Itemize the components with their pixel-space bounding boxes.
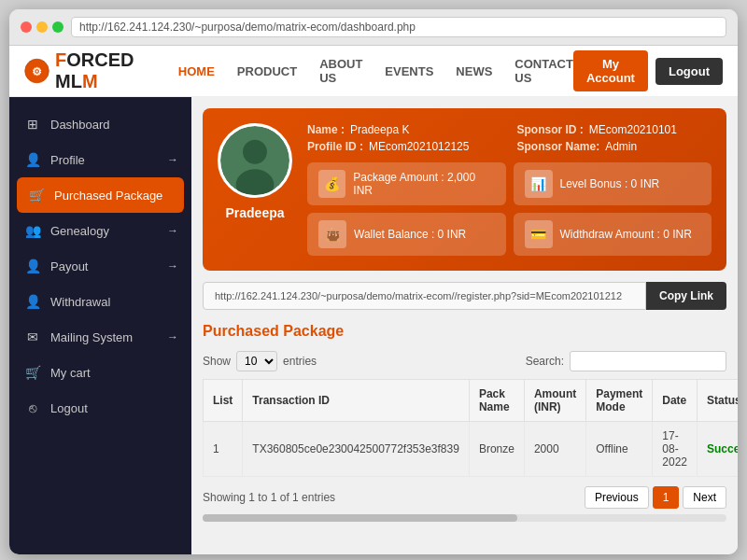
showing-text: Showing 1 to 1 of 1 entries	[203, 491, 335, 504]
avatar-name: Pradeepa	[225, 205, 284, 220]
sidebar-label-purchased-package: Purchased Package	[54, 189, 162, 203]
withdrawal-icon: 👤	[24, 294, 41, 309]
package-icon: 🛒	[28, 188, 45, 203]
nav-home[interactable]: HOME	[178, 64, 215, 78]
show-label: Show	[203, 355, 231, 368]
col-payment-mode: Payment Mode	[586, 380, 653, 422]
top-nav: ⚙ FORCED MLM HOME PRODUCT ABOUT US EVENT…	[9, 46, 738, 97]
nav-contact[interactable]: CONTACT US	[514, 57, 573, 85]
table-row: 1 TX360805ce0e230042500772f353e3f839 Bro…	[204, 422, 739, 477]
close-dot[interactable]	[21, 21, 32, 33]
sidebar-item-genealogy[interactable]: 👥 Genealogy →	[9, 213, 191, 248]
col-list: List	[204, 380, 243, 422]
nav-news[interactable]: NEWS	[456, 64, 492, 78]
profile-id-field: Profile ID : MEcom2021012125	[307, 140, 502, 153]
search-label: Search:	[526, 355, 564, 368]
profile-icon: 👤	[24, 152, 41, 167]
purchased-package-section: Purchased Package Show 10 25 50 entries …	[203, 323, 726, 522]
profile-arrow-icon: →	[167, 153, 178, 166]
level-bonus-icon: 📊	[525, 170, 553, 198]
sidebar-item-withdrawal[interactable]: 👤 Withdrawal	[9, 284, 191, 319]
stat-withdraw-amount: 💳 Widthdraw Amount : 0 INR	[514, 213, 712, 256]
top-logout-button[interactable]: Logout	[655, 58, 723, 85]
avatar-svg	[220, 123, 289, 198]
stat-wallet-label: Wallet Balance : 0 INR	[354, 228, 466, 241]
show-entries: Show 10 25 50 entries	[203, 351, 317, 371]
sidebar-item-mailing-system[interactable]: ✉ Mailing System →	[9, 319, 191, 355]
stats-grid: 💰 Package Amount : 2,000 INR 📊 Level Bon…	[307, 162, 712, 256]
pagination-section: Showing 1 to 1 of 1 entries Previous 1 N…	[203, 486, 726, 509]
sponsor-name-label: Sponsor Name:	[517, 140, 600, 153]
transactions-table: List Transaction ID Pack Name Amount (IN…	[203, 379, 738, 477]
section-title: Purchased Package	[203, 323, 726, 340]
sidebar-label-dashboard: Dashboard	[50, 118, 110, 132]
my-account-button[interactable]: My Account	[573, 50, 648, 91]
sponsor-id-value: MEcom20210101	[589, 123, 677, 136]
mailing-arrow-icon: →	[167, 330, 178, 343]
stat-level-label: Level Bonus : 0 INR	[560, 177, 660, 190]
sidebar-item-payout[interactable]: 👤 Payout →	[9, 248, 191, 284]
scroll-indicator[interactable]	[203, 514, 726, 522]
sidebar-item-purchased-package[interactable]: 🛒 Purchased Package	[17, 177, 184, 213]
sidebar-item-my-cart[interactable]: 🛒 My cart	[9, 355, 191, 390]
scroll-thumb	[203, 514, 517, 522]
sidebar-item-dashboard[interactable]: ⊞ Dashboard	[9, 106, 191, 142]
logo-icon: ⚙	[24, 54, 49, 88]
sidebar-label-mailing: Mailing System	[50, 330, 133, 344]
col-transaction-id: Transaction ID	[243, 380, 470, 422]
logo-text: FORCED MLM	[55, 49, 150, 92]
svg-text:⚙: ⚙	[32, 65, 42, 78]
next-button[interactable]: Next	[683, 486, 726, 509]
sidebar-label-cart: My cart	[50, 366, 91, 380]
sidebar-item-logout[interactable]: ⎋ Logout	[9, 390, 191, 426]
withdraw-icon: 💳	[525, 220, 553, 248]
referral-input[interactable]	[203, 282, 646, 310]
referral-bar: Copy Link	[203, 282, 726, 310]
entries-label: entries	[283, 355, 317, 368]
entries-select[interactable]: 10 25 50	[236, 351, 277, 371]
avatar	[218, 123, 292, 198]
sidebar-label-genealogy: Genealogy	[50, 224, 109, 238]
profile-card: Pradeepa Name : Pradeepa K Sponsor ID : …	[203, 108, 726, 271]
cell-amount: 2000	[524, 422, 585, 477]
sponsor-id-field: Sponsor ID : MEcom20210101	[517, 123, 712, 136]
profile-id-label: Profile ID :	[307, 140, 363, 153]
browser-chrome: http://162.241.124.230/~purposa/demo/mat…	[9, 9, 738, 46]
nav-events[interactable]: EVENTS	[385, 64, 433, 78]
genealogy-icon: 👥	[24, 223, 41, 238]
profile-info: Name : Pradeepa K Sponsor ID : MEcom2021…	[307, 123, 712, 256]
nav-right: My Account Logout	[573, 50, 723, 91]
pagination-buttons: Previous 1 Next	[585, 486, 726, 509]
sidebar-label-logout: Logout	[50, 401, 88, 415]
cell-date: 17-08-2022	[653, 422, 698, 477]
name-label: Name :	[307, 123, 345, 136]
payout-arrow-icon: →	[167, 259, 178, 273]
copy-link-button[interactable]: Copy Link	[646, 282, 726, 310]
nav-product[interactable]: PRODUCT	[237, 64, 297, 78]
prev-button[interactable]: Previous	[585, 486, 649, 509]
nav-about[interactable]: ABOUT US	[319, 57, 362, 85]
stat-withdraw-label: Widthdraw Amount : 0 INR	[560, 228, 692, 241]
payout-icon: 👤	[24, 259, 41, 273]
sidebar-item-profile[interactable]: 👤 Profile →	[9, 142, 191, 177]
col-pack-name: Pack Name	[469, 380, 524, 422]
sidebar: ⊞ Dashboard 👤 Profile → 🛒 Purchased Pack…	[9, 97, 191, 554]
cell-status: Success	[697, 422, 738, 477]
maximize-dot[interactable]	[52, 21, 63, 33]
name-value: Pradeepa K	[350, 123, 409, 136]
browser-dots	[21, 21, 63, 33]
address-bar[interactable]: http://162.241.124.230/~purposa/demo/mat…	[71, 17, 726, 37]
logo: ⚙ FORCED MLM	[24, 49, 150, 92]
minimize-dot[interactable]	[36, 21, 48, 33]
col-status: Status	[697, 380, 738, 422]
page-1-button[interactable]: 1	[653, 486, 680, 509]
package-amount-icon: 💰	[318, 170, 345, 198]
search-bar: Search:	[526, 351, 726, 371]
logout-icon: ⎋	[24, 400, 41, 415]
main-layout: ⊞ Dashboard 👤 Profile → 🛒 Purchased Pack…	[9, 97, 738, 554]
search-input[interactable]	[570, 351, 726, 371]
stat-wallet-balance: 👜 Wallet Balance : 0 INR	[307, 213, 506, 256]
nav-links: HOME PRODUCT ABOUT US EVENTS NEWS CONTAC…	[178, 57, 573, 85]
mail-icon: ✉	[24, 329, 41, 344]
profile-fields: Name : Pradeepa K Sponsor ID : MEcom2021…	[307, 123, 712, 153]
